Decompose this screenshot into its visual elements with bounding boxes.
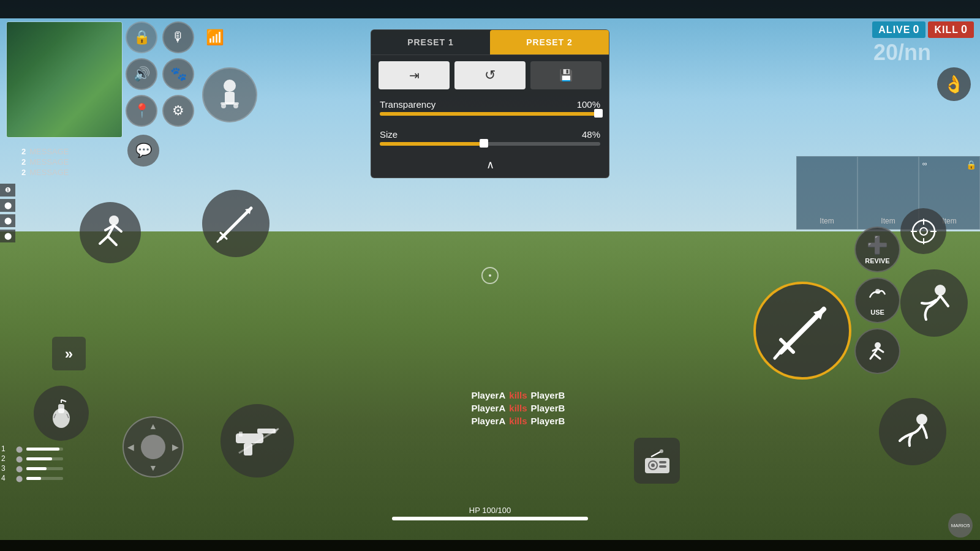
joystick-area[interactable]: ◀ ▶ ▲ ▼ xyxy=(123,416,184,478)
speaker-button[interactable]: 🔊 xyxy=(126,58,157,90)
location-button[interactable]: 📍 xyxy=(126,95,157,127)
svg-line-11 xyxy=(221,208,251,239)
panel-chevron[interactable]: ∧ xyxy=(371,158,609,171)
revive-button[interactable]: ➕ REVIVE xyxy=(854,227,900,272)
settings-button[interactable]: ⚙ xyxy=(162,95,194,127)
svg-point-52 xyxy=(660,449,663,453)
preset-tab-1[interactable]: PRESET 1 xyxy=(371,30,490,54)
size-track[interactable] xyxy=(380,142,600,146)
aim-target-icon xyxy=(908,216,939,247)
import-button[interactable]: ⇥ xyxy=(379,61,450,89)
lb-rank-3: 3 xyxy=(1,464,12,473)
run-jump-button[interactable] xyxy=(900,269,968,337)
char-run-buttons xyxy=(900,269,968,343)
lb-rank-1: 1 xyxy=(1,444,12,453)
transparency-section: Transparency 100% xyxy=(371,96,609,126)
skater-icon xyxy=(211,77,248,113)
run-character-left xyxy=(80,202,141,263)
lb-bar-bg-4 xyxy=(26,477,63,480)
svg-rect-35 xyxy=(58,404,64,413)
transparency-value: 100% xyxy=(577,99,600,110)
msg-num-1: 2 xyxy=(21,147,26,156)
character-icon[interactable] xyxy=(202,67,257,122)
svg-rect-50 xyxy=(659,465,666,468)
watermark-badge: MARIO5 xyxy=(948,513,973,538)
forward-button[interactable]: » xyxy=(52,337,86,370)
bottom-bar xyxy=(0,540,980,551)
lb-bar-bg-2 xyxy=(26,457,63,460)
aim-target-button[interactable] xyxy=(900,208,946,254)
side-item-1[interactable]: ❶ xyxy=(0,184,15,197)
use-icon xyxy=(867,285,888,307)
msg-num-2: 2 xyxy=(21,157,26,167)
import-icon: ⇥ xyxy=(409,68,420,83)
hud-stats: ALIVE 0 KILL 0 xyxy=(872,21,974,38)
joystick[interactable]: ◀ ▶ ▲ ▼ xyxy=(123,416,184,478)
transparency-thumb[interactable] xyxy=(594,109,603,118)
arrow-down-icon: ▼ xyxy=(149,463,157,473)
kill-item-2: PlayerA kills PlayerB xyxy=(471,403,565,413)
forward-icon: » xyxy=(65,345,73,362)
chat-button[interactable]: 💬 xyxy=(127,135,159,167)
lb-row-1: 1 ⬤ xyxy=(1,444,63,453)
kill-count: 0 xyxy=(961,23,968,36)
svg-point-22 xyxy=(875,342,881,348)
msg-num-3: 2 xyxy=(21,168,26,177)
radio-button[interactable] xyxy=(634,438,680,484)
message-1: 2 MESSAGE xyxy=(21,147,69,156)
lb-icon-3: ⬤ xyxy=(16,465,23,472)
run-icon xyxy=(91,213,130,253)
svg-line-25 xyxy=(874,354,880,359)
svg-line-8 xyxy=(108,236,116,245)
svg-point-0 xyxy=(224,80,236,92)
pet-button[interactable]: 🐾 xyxy=(162,58,194,90)
alive-stat: ALIVE 0 xyxy=(872,21,925,38)
kill-word-3: kills xyxy=(509,416,527,426)
use-label: USE xyxy=(870,309,884,316)
pistol-icon xyxy=(233,416,282,465)
preset-tab-2[interactable]: PRESET 2 xyxy=(490,30,609,54)
player-counter: 20/nn xyxy=(873,40,931,66)
minimap[interactable] xyxy=(6,21,123,138)
size-thumb[interactable] xyxy=(480,139,488,148)
transparency-track[interactable] xyxy=(380,112,600,116)
mic-button[interactable]: 🎙 xyxy=(162,21,194,53)
sprint-button[interactable] xyxy=(854,328,900,374)
save-button[interactable]: 💾 xyxy=(530,61,601,89)
kill-victim-1: PlayerB xyxy=(530,390,565,400)
inv-slot-1-label: Item xyxy=(820,217,834,225)
message-3: 2 MESSAGE xyxy=(21,168,69,177)
svg-point-48 xyxy=(651,463,655,467)
top-status-bar xyxy=(0,0,980,18)
lb-icon-1: ⬤ xyxy=(16,446,23,452)
wifi-icon: 📶 xyxy=(206,29,224,46)
ok-gesture-button[interactable]: 👌 xyxy=(937,67,971,101)
reset-button[interactable]: ↺ xyxy=(454,61,526,89)
side-item-3[interactable]: ⬤ xyxy=(0,214,15,227)
dart-button[interactable] xyxy=(202,190,270,257)
messages-area: 2 MESSAGE 2 MESSAGE 2 MESSAGE xyxy=(21,147,69,178)
transparency-label-row: Transparency 100% xyxy=(380,99,600,110)
grenade-button[interactable] xyxy=(34,386,89,441)
pistol-button[interactable] xyxy=(221,404,294,478)
revive-icon: ➕ xyxy=(867,235,888,255)
wifi-button[interactable]: 📶 xyxy=(199,21,231,53)
side-item-4[interactable]: ⬤ xyxy=(0,230,15,242)
watermark: MARIO5 xyxy=(948,513,973,538)
inventory-bar: Item Item 🔒 ∞ Item xyxy=(796,156,980,230)
minimap-bg xyxy=(7,22,122,137)
kill-label: KILL xyxy=(934,24,959,36)
side-item-2[interactable]: ⬤ xyxy=(0,199,15,212)
alive-label: ALIVE xyxy=(878,24,910,36)
svg-line-51 xyxy=(651,452,660,457)
lb-bar-fill-1 xyxy=(26,448,59,451)
use-button[interactable]: USE xyxy=(854,277,900,323)
svg-line-9 xyxy=(114,225,121,231)
kill-word-1: kills xyxy=(509,390,527,400)
save-icon: 💾 xyxy=(559,69,573,82)
crouch-button[interactable] xyxy=(879,398,946,465)
shoot-button[interactable] xyxy=(753,282,851,380)
lock-button[interactable]: 🔒 xyxy=(126,21,157,53)
crosshair xyxy=(481,267,499,284)
inv-slot-1[interactable]: Item xyxy=(796,156,858,230)
